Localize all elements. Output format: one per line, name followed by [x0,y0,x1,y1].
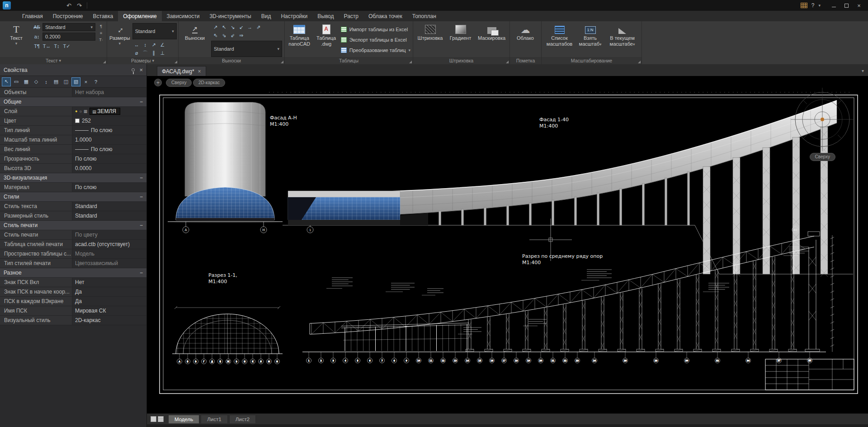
help-icon[interactable]: ? [91,77,100,86]
print-icon[interactable] [54,1,63,10]
viewport-add-button[interactable]: + [154,79,162,86]
select-box-icon[interactable]: ▭ [12,77,21,86]
export-excel-button[interactable]: Экспорт таблицы в Excel [341,35,410,44]
cycle-select-icon[interactable]: ▧ [71,77,80,86]
property-value[interactable]: Да [72,287,146,296]
save-icon[interactable] [33,1,42,10]
layout-tab[interactable]: Лист1 [201,415,227,423]
leader-multi-nw-icon[interactable]: ⇖ [211,31,220,39]
property-section[interactable]: Стиль печати − [0,221,146,230]
pin-icon[interactable] [132,68,135,71]
collapse-icon[interactable]: − [140,270,143,276]
quick-select-icon[interactable]: ▤ [52,77,61,86]
property-value[interactable]: 2D-каркас [72,316,146,325]
property-value[interactable]: По слою [72,183,146,192]
dialog-launcher-icon[interactable] [281,61,283,63]
drawing-canvas[interactable]: А Н [147,76,868,413]
text-dot-icon[interactable]: T· [98,37,104,43]
text-lines-icon[interactable]: ≡ [98,30,104,36]
property-section[interactable]: 3D-визуализация − [0,173,146,183]
menu-tab[interactable]: Растр [339,11,363,21]
gradient-button[interactable]: Градиент [446,23,475,57]
property-value[interactable]: По цвету [72,230,146,239]
property-section[interactable]: Стили − [0,192,146,202]
dim-aligned-icon[interactable]: ↗ [150,41,158,49]
menu-tab[interactable]: Оформление [118,11,161,21]
group-label-hatch[interactable]: Штриховка [413,57,509,64]
collapse-icon[interactable]: − [140,222,143,228]
dim-perpendicular-icon[interactable]: ⊥ [158,49,167,57]
dim-style-select[interactable]: Standard▾ [132,23,177,39]
new-file-icon[interactable] [12,1,22,10]
layout-tab[interactable]: Лист2 [229,415,256,423]
collapse-icon[interactable]: − [140,194,143,200]
text-button[interactable]: T Текст ▾ [2,23,30,57]
view-direction-pill[interactable]: Сверху [166,79,192,87]
group-label-text[interactable]: Текст▾ [0,57,107,64]
property-value[interactable]: Нет [72,278,146,287]
help-caret-icon[interactable]: ▾ [818,4,821,8]
convert-tables-button[interactable]: Преобразование таблиц▾ [341,46,410,55]
close-button[interactable]: × [853,1,865,10]
select-fence-icon[interactable]: ↕ [42,77,51,86]
menu-tab[interactable]: Топоплан [407,11,441,21]
select-similar-icon[interactable]: ◫ [61,77,71,86]
menu-tab[interactable]: Настройки [276,11,312,21]
leader-style-select[interactable]: Standard▾ [211,41,282,57]
property-value[interactable]: ЗЕМЛЯ [72,107,146,116]
property-value[interactable]: 252 [72,116,146,125]
text-height-tool-icon[interactable]: T↕ [52,42,61,50]
dim-arc-icon[interactable]: ⌒ [141,49,150,57]
menu-tab[interactable]: Построение [48,11,88,21]
menu-tab[interactable]: Вставка [88,11,118,21]
layout-tab[interactable]: Модель [168,415,199,423]
menu-tab[interactable]: Облака точек [363,11,407,21]
property-value[interactable]: Standard [72,202,146,211]
clear-selection-icon[interactable]: × [81,77,90,86]
menu-tab[interactable]: Вывод [312,11,339,21]
import-excel-button[interactable]: Импорт таблицы из Excel [341,25,410,34]
property-value[interactable]: Standard [72,211,146,220]
select-cursor-icon[interactable]: ↖ [2,77,11,86]
leader-ne-icon[interactable]: ↗ [211,23,220,31]
close-panel-icon[interactable]: × [139,66,143,73]
text-paragraph-icon[interactable]: T¶ [33,42,41,50]
maximize-button[interactable] [840,1,853,10]
property-value[interactable]: По слою [72,145,146,154]
dim-vertical-icon[interactable]: ↕ [141,41,150,49]
property-value[interactable]: По слою [72,126,146,135]
leaders-button[interactable]: ↗ Выноски [181,23,209,57]
app-logo-icon[interactable]: n [3,1,11,9]
menu-tab[interactable]: Зависимости [162,11,205,21]
table-quick-icon[interactable] [801,3,807,8]
dim-linear-icon[interactable]: ↔ [132,41,141,49]
visual-style-pill[interactable]: 2D-каркас [193,79,225,87]
help-icon[interactable]: ? [811,2,815,9]
leader-multi-sw-icon[interactable]: ⇙ [228,31,237,39]
dialog-launcher-icon[interactable] [506,61,509,63]
layout-space-icon[interactable] [158,416,164,422]
cloud-button[interactable]: ☁ Облако [512,23,538,57]
menu-tab[interactable]: Главная [17,11,48,21]
undo-icon[interactable]: ↶ [64,1,74,10]
open-folder-icon[interactable] [23,1,32,10]
leader-multi-ne-icon[interactable]: ⇗ [254,23,263,31]
hatch-button[interactable]: Штриховка [415,23,445,57]
property-value[interactable]: По слою [72,154,146,163]
select-poly-icon[interactable]: ◇ [32,77,41,86]
leader-se-icon[interactable]: ↘ [228,23,237,31]
dialog-launcher-icon[interactable] [409,61,412,63]
menu-tab[interactable]: 3D-инструменты [204,11,256,21]
leader-chain-icon[interactable]: ⇒ [237,31,245,39]
property-value[interactable]: Мировая СК [72,306,146,315]
dialog-launcher-icon[interactable] [175,61,177,63]
table-dwg-button[interactable]: A Таблица .dwg [314,23,338,57]
menu-tab[interactable]: Вид [256,11,276,21]
tab-list-caret-icon[interactable]: ▾ [862,68,864,73]
model-space-icon[interactable] [151,416,156,422]
dialog-launcher-icon[interactable] [103,61,106,63]
text-align-icon[interactable]: T↔ [42,42,51,50]
leader-nw-icon[interactable]: ↖ [220,23,228,31]
nav-wheel-icon[interactable] [791,88,854,151]
table-nanocad-button[interactable]: Таблица nanoCAD [287,23,311,57]
